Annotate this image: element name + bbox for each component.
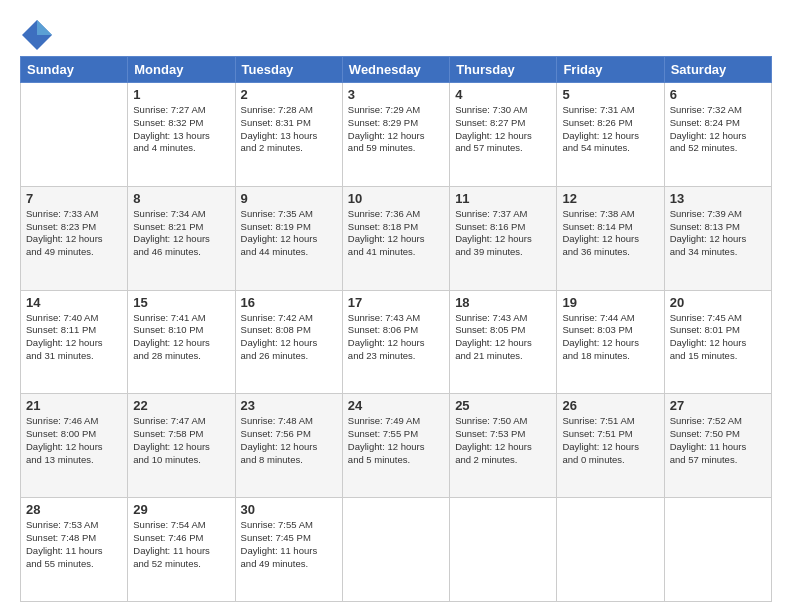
weekday-monday: Monday: [128, 57, 235, 83]
day-number: 23: [241, 398, 337, 413]
day-info: Sunrise: 7:34 AM Sunset: 8:21 PM Dayligh…: [133, 208, 229, 259]
day-info: Sunrise: 7:49 AM Sunset: 7:55 PM Dayligh…: [348, 415, 444, 466]
day-number: 30: [241, 502, 337, 517]
day-number: 11: [455, 191, 551, 206]
day-number: 24: [348, 398, 444, 413]
week-row-4: 28Sunrise: 7:53 AM Sunset: 7:48 PM Dayli…: [21, 498, 772, 602]
week-row-1: 7Sunrise: 7:33 AM Sunset: 8:23 PM Daylig…: [21, 186, 772, 290]
calendar-cell: 17Sunrise: 7:43 AM Sunset: 8:06 PM Dayli…: [342, 290, 449, 394]
header: [20, 18, 772, 48]
day-info: Sunrise: 7:46 AM Sunset: 8:00 PM Dayligh…: [26, 415, 122, 466]
day-info: Sunrise: 7:53 AM Sunset: 7:48 PM Dayligh…: [26, 519, 122, 570]
day-number: 12: [562, 191, 658, 206]
weekday-friday: Friday: [557, 57, 664, 83]
day-info: Sunrise: 7:29 AM Sunset: 8:29 PM Dayligh…: [348, 104, 444, 155]
day-info: Sunrise: 7:35 AM Sunset: 8:19 PM Dayligh…: [241, 208, 337, 259]
calendar-cell: [450, 498, 557, 602]
day-info: Sunrise: 7:31 AM Sunset: 8:26 PM Dayligh…: [562, 104, 658, 155]
calendar-cell: 24Sunrise: 7:49 AM Sunset: 7:55 PM Dayli…: [342, 394, 449, 498]
calendar-cell: [664, 498, 771, 602]
day-info: Sunrise: 7:32 AM Sunset: 8:24 PM Dayligh…: [670, 104, 766, 155]
week-row-3: 21Sunrise: 7:46 AM Sunset: 8:00 PM Dayli…: [21, 394, 772, 498]
calendar-cell: 12Sunrise: 7:38 AM Sunset: 8:14 PM Dayli…: [557, 186, 664, 290]
day-number: 25: [455, 398, 551, 413]
day-number: 6: [670, 87, 766, 102]
calendar-cell: 30Sunrise: 7:55 AM Sunset: 7:45 PM Dayli…: [235, 498, 342, 602]
calendar-cell: 10Sunrise: 7:36 AM Sunset: 8:18 PM Dayli…: [342, 186, 449, 290]
logo: [20, 18, 56, 48]
day-info: Sunrise: 7:27 AM Sunset: 8:32 PM Dayligh…: [133, 104, 229, 155]
calendar-cell: 19Sunrise: 7:44 AM Sunset: 8:03 PM Dayli…: [557, 290, 664, 394]
calendar-cell: 13Sunrise: 7:39 AM Sunset: 8:13 PM Dayli…: [664, 186, 771, 290]
calendar-cell: 11Sunrise: 7:37 AM Sunset: 8:16 PM Dayli…: [450, 186, 557, 290]
calendar-cell: 22Sunrise: 7:47 AM Sunset: 7:58 PM Dayli…: [128, 394, 235, 498]
day-number: 21: [26, 398, 122, 413]
day-number: 8: [133, 191, 229, 206]
calendar-cell: 1Sunrise: 7:27 AM Sunset: 8:32 PM Daylig…: [128, 83, 235, 187]
calendar-cell: 23Sunrise: 7:48 AM Sunset: 7:56 PM Dayli…: [235, 394, 342, 498]
day-number: 4: [455, 87, 551, 102]
page: SundayMondayTuesdayWednesdayThursdayFrid…: [0, 0, 792, 612]
day-info: Sunrise: 7:51 AM Sunset: 7:51 PM Dayligh…: [562, 415, 658, 466]
calendar-cell: 25Sunrise: 7:50 AM Sunset: 7:53 PM Dayli…: [450, 394, 557, 498]
calendar-cell: 2Sunrise: 7:28 AM Sunset: 8:31 PM Daylig…: [235, 83, 342, 187]
day-number: 16: [241, 295, 337, 310]
day-number: 3: [348, 87, 444, 102]
day-number: 2: [241, 87, 337, 102]
weekday-sunday: Sunday: [21, 57, 128, 83]
calendar-cell: 4Sunrise: 7:30 AM Sunset: 8:27 PM Daylig…: [450, 83, 557, 187]
day-info: Sunrise: 7:40 AM Sunset: 8:11 PM Dayligh…: [26, 312, 122, 363]
calendar-cell: 27Sunrise: 7:52 AM Sunset: 7:50 PM Dayli…: [664, 394, 771, 498]
calendar-cell: 9Sunrise: 7:35 AM Sunset: 8:19 PM Daylig…: [235, 186, 342, 290]
day-info: Sunrise: 7:55 AM Sunset: 7:45 PM Dayligh…: [241, 519, 337, 570]
svg-marker-1: [37, 20, 52, 35]
calendar-cell: 18Sunrise: 7:43 AM Sunset: 8:05 PM Dayli…: [450, 290, 557, 394]
day-number: 19: [562, 295, 658, 310]
weekday-saturday: Saturday: [664, 57, 771, 83]
calendar-cell: 8Sunrise: 7:34 AM Sunset: 8:21 PM Daylig…: [128, 186, 235, 290]
day-info: Sunrise: 7:50 AM Sunset: 7:53 PM Dayligh…: [455, 415, 551, 466]
day-number: 29: [133, 502, 229, 517]
day-info: Sunrise: 7:36 AM Sunset: 8:18 PM Dayligh…: [348, 208, 444, 259]
day-number: 18: [455, 295, 551, 310]
calendar-cell: 3Sunrise: 7:29 AM Sunset: 8:29 PM Daylig…: [342, 83, 449, 187]
calendar-cell: 14Sunrise: 7:40 AM Sunset: 8:11 PM Dayli…: [21, 290, 128, 394]
day-number: 26: [562, 398, 658, 413]
week-row-0: 1Sunrise: 7:27 AM Sunset: 8:32 PM Daylig…: [21, 83, 772, 187]
day-info: Sunrise: 7:28 AM Sunset: 8:31 PM Dayligh…: [241, 104, 337, 155]
calendar-table: SundayMondayTuesdayWednesdayThursdayFrid…: [20, 56, 772, 602]
day-info: Sunrise: 7:41 AM Sunset: 8:10 PM Dayligh…: [133, 312, 229, 363]
calendar-cell: [557, 498, 664, 602]
day-number: 1: [133, 87, 229, 102]
day-info: Sunrise: 7:37 AM Sunset: 8:16 PM Dayligh…: [455, 208, 551, 259]
calendar-cell: 21Sunrise: 7:46 AM Sunset: 8:00 PM Dayli…: [21, 394, 128, 498]
day-number: 22: [133, 398, 229, 413]
day-info: Sunrise: 7:30 AM Sunset: 8:27 PM Dayligh…: [455, 104, 551, 155]
day-info: Sunrise: 7:45 AM Sunset: 8:01 PM Dayligh…: [670, 312, 766, 363]
calendar-cell: 29Sunrise: 7:54 AM Sunset: 7:46 PM Dayli…: [128, 498, 235, 602]
calendar-cell: [21, 83, 128, 187]
day-info: Sunrise: 7:42 AM Sunset: 8:08 PM Dayligh…: [241, 312, 337, 363]
day-number: 13: [670, 191, 766, 206]
calendar-cell: 6Sunrise: 7:32 AM Sunset: 8:24 PM Daylig…: [664, 83, 771, 187]
day-info: Sunrise: 7:48 AM Sunset: 7:56 PM Dayligh…: [241, 415, 337, 466]
day-info: Sunrise: 7:47 AM Sunset: 7:58 PM Dayligh…: [133, 415, 229, 466]
weekday-wednesday: Wednesday: [342, 57, 449, 83]
day-number: 27: [670, 398, 766, 413]
calendar-cell: 5Sunrise: 7:31 AM Sunset: 8:26 PM Daylig…: [557, 83, 664, 187]
day-info: Sunrise: 7:52 AM Sunset: 7:50 PM Dayligh…: [670, 415, 766, 466]
day-number: 14: [26, 295, 122, 310]
day-number: 5: [562, 87, 658, 102]
day-number: 7: [26, 191, 122, 206]
day-number: 17: [348, 295, 444, 310]
day-number: 10: [348, 191, 444, 206]
day-number: 20: [670, 295, 766, 310]
calendar-cell: [342, 498, 449, 602]
week-row-2: 14Sunrise: 7:40 AM Sunset: 8:11 PM Dayli…: [21, 290, 772, 394]
day-info: Sunrise: 7:43 AM Sunset: 8:05 PM Dayligh…: [455, 312, 551, 363]
day-info: Sunrise: 7:39 AM Sunset: 8:13 PM Dayligh…: [670, 208, 766, 259]
calendar-cell: 7Sunrise: 7:33 AM Sunset: 8:23 PM Daylig…: [21, 186, 128, 290]
day-info: Sunrise: 7:38 AM Sunset: 8:14 PM Dayligh…: [562, 208, 658, 259]
weekday-header-row: SundayMondayTuesdayWednesdayThursdayFrid…: [21, 57, 772, 83]
calendar-cell: 20Sunrise: 7:45 AM Sunset: 8:01 PM Dayli…: [664, 290, 771, 394]
